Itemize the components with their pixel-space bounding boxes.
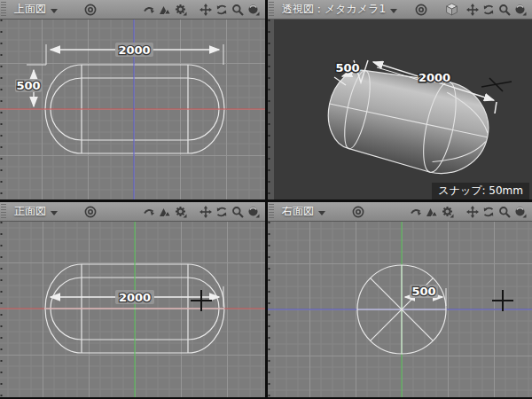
move-icon[interactable] — [465, 204, 481, 220]
shading-sphere-icon[interactable] — [512, 2, 528, 18]
target-icon[interactable] — [82, 204, 98, 220]
chevron-down-icon — [51, 9, 58, 13]
display-mode-icon[interactable] — [157, 2, 173, 18]
orbit-icon[interactable] — [141, 204, 157, 220]
viewport-front-title-button[interactable]: 正面図 — [11, 202, 61, 221]
display-mode-icon[interactable] — [424, 204, 440, 220]
viewport-right: 右面図 — [268, 202, 532, 399]
rotate-icon[interactable] — [214, 2, 230, 18]
chevron-down-icon — [51, 211, 58, 215]
viewport-perspective-canvas[interactable]: 2000 500 スナップ: 50mm — [268, 20, 532, 200]
viewport-top: 上面図 — [0, 0, 265, 200]
drag-grip[interactable] — [269, 204, 274, 220]
viewport-front: 正面図 — [0, 202, 265, 399]
viewport-perspective-header: 透視図：メタカメラ1 — [268, 0, 532, 20]
dimension-label-length: 2000 — [118, 43, 150, 57]
viewport-top-header: 上面図 — [0, 0, 265, 20]
viewport-perspective: 透視図：メタカメラ1 — [268, 0, 532, 200]
target-icon[interactable] — [350, 204, 366, 220]
cube-icon[interactable] — [443, 2, 459, 18]
settings-gear-icon[interactable] — [173, 204, 189, 220]
target-icon[interactable] — [82, 2, 98, 18]
zoom-icon[interactable] — [497, 2, 512, 18]
viewport-right-canvas[interactable]: 500 — [268, 222, 532, 399]
orbit-icon[interactable] — [408, 204, 424, 220]
viewport-front-title: 正面図 — [14, 204, 46, 219]
rotate-icon[interactable] — [481, 204, 497, 220]
viewport-perspective-title-button[interactable]: 透視図：メタカメラ1 — [278, 0, 401, 19]
viewport-perspective-title: 透視図：メタカメラ1 — [282, 2, 386, 17]
capsule-wireframe-right — [357, 265, 446, 354]
drag-grip[interactable] — [269, 2, 274, 18]
drag-grip[interactable] — [1, 2, 6, 18]
chevron-down-icon — [318, 211, 325, 215]
dimension-label-radius: 500 — [16, 79, 40, 92]
zoom-icon[interactable] — [497, 204, 512, 220]
chevron-down-icon — [390, 9, 397, 13]
rotate-icon[interactable] — [481, 2, 497, 18]
shading-sphere-icon[interactable] — [512, 204, 528, 220]
move-icon[interactable] — [465, 2, 481, 18]
dimension-label-length: 2000 — [419, 71, 450, 84]
move-icon[interactable] — [198, 2, 214, 18]
display-mode-icon[interactable] — [157, 204, 173, 220]
rotate-icon[interactable] — [214, 204, 230, 220]
viewport-right-title-button[interactable]: 右面図 — [278, 202, 329, 221]
zoom-icon[interactable] — [230, 2, 246, 18]
viewport-right-title: 右面図 — [282, 204, 314, 219]
viewport-top-canvas[interactable]: 2000 500 — [0, 20, 265, 200]
dimension-label-length: 2000 — [119, 291, 151, 304]
edge-strip — [268, 20, 274, 200]
drag-grip[interactable] — [1, 204, 6, 220]
shading-sphere-icon[interactable] — [246, 2, 262, 18]
grid-background — [0, 222, 265, 397]
viewport-front-header: 正面図 — [0, 202, 265, 222]
settings-gear-icon[interactable] — [173, 2, 189, 18]
viewport-front-canvas[interactable]: 2000 — [0, 222, 265, 399]
modeler-window: 上面図 — [0, 0, 532, 399]
settings-gear-icon[interactable] — [440, 204, 456, 220]
zoom-icon[interactable] — [230, 204, 246, 220]
move-icon[interactable] — [198, 204, 214, 220]
target-icon[interactable] — [413, 2, 429, 18]
viewport-right-header: 右面図 — [268, 202, 532, 222]
shading-sphere-icon[interactable] — [246, 204, 262, 220]
dimension-label-radius: 500 — [411, 285, 435, 298]
dimension-label-radius: 500 — [335, 61, 359, 74]
viewport-top-title: 上面図 — [14, 2, 46, 17]
viewport-top-title-button[interactable]: 上面図 — [11, 0, 61, 19]
orbit-icon[interactable] — [141, 2, 157, 18]
snap-status-badge: スナップ: 50mm — [432, 183, 529, 200]
